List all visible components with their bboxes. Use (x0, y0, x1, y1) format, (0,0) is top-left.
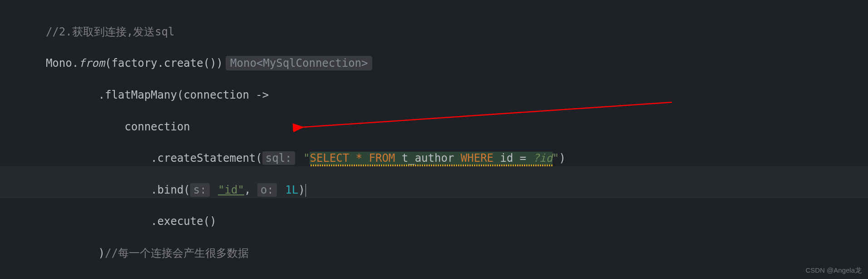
code-line-9[interactable]: .flatMap(result -> { (0, 261, 868, 279)
code-line-6[interactable]: .bind(s: "id", o: 1L) (0, 166, 868, 198)
sql-param-hint: sql: (262, 151, 295, 165)
text-caret (306, 184, 306, 197)
code-line-7[interactable]: .execute() (0, 198, 868, 230)
id-string: "id" (218, 184, 244, 196)
code-line-4[interactable]: connection (0, 103, 868, 135)
mono-identifier: Mono. (46, 57, 79, 70)
comment-2: //每一个连接会产生很多数据 (105, 247, 249, 259)
o-param-hint: o: (257, 183, 277, 197)
sql-quote-open: " (303, 152, 310, 164)
comment-text: //2.获取到连接,发送sql (46, 25, 175, 38)
connection-ident: connection (46, 120, 190, 133)
execute-call: .execute() (46, 215, 217, 228)
comma: , (244, 184, 257, 196)
args: (factory.create()) (105, 57, 223, 70)
sql-quote-close: " (552, 152, 559, 164)
close-paren: ) (559, 152, 566, 164)
watermark: CSDN @Angela龙 (805, 265, 862, 275)
flatmapmany-call: .flatMapMany(connection -> (46, 89, 269, 101)
code-line-3[interactable]: .flatMapMany(connection -> (0, 71, 868, 103)
bind-call: .bind( (46, 184, 190, 196)
close-paren-2: ) (298, 184, 305, 196)
close-paren-3: ) (46, 247, 105, 259)
code-line-8[interactable]: )//每一个连接会产生很多数据 (0, 229, 868, 261)
from-method: from (79, 57, 105, 70)
code-line-5[interactable]: .createStatement(sql: "SELECT * FROM t_a… (0, 135, 868, 166)
createstatement-call: .createStatement( (46, 152, 262, 164)
sql-statement: SELECT * FROM t_author WHERE id = ?id (310, 152, 552, 164)
s-param-hint: s: (190, 183, 210, 197)
1l-literal: 1L (285, 184, 298, 196)
code-line-2[interactable]: Mono.from(factory.create())Mono<MySqlCon… (0, 40, 868, 72)
type-hint: Mono<MySqlConnection> (226, 56, 372, 70)
code-line-1[interactable]: //2.获取到连接,发送sql (0, 8, 868, 40)
